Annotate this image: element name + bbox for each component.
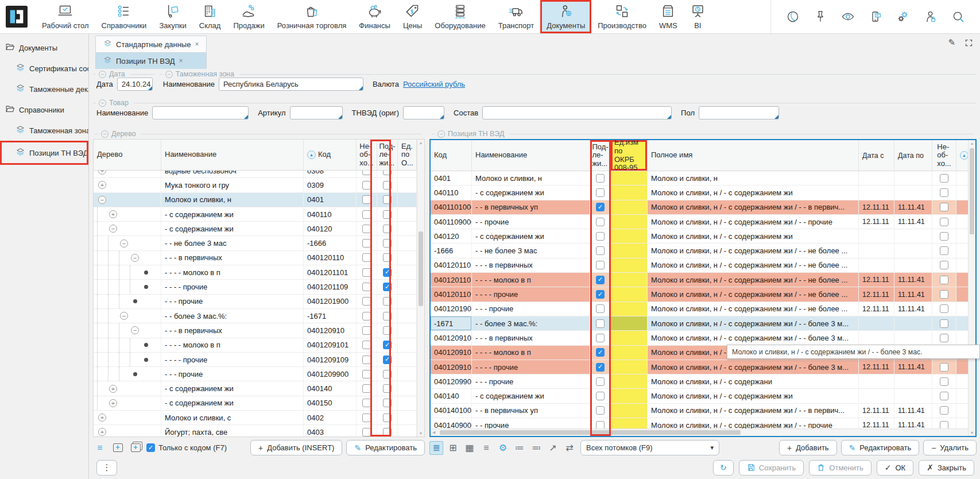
tree-row[interactable]: - с содержанием жи 040140 <box>94 381 417 396</box>
required-checkbox[interactable] <box>362 195 371 204</box>
tree-row[interactable]: - - - прочие 0401209900 <box>94 367 417 381</box>
tree-collapse-icon[interactable] <box>131 326 139 334</box>
position-row[interactable]: 0401201900 - - - прочие Молоко и сливки,… <box>431 302 968 316</box>
nav-item-equipment[interactable]: Оборудование <box>428 0 491 33</box>
collapse-icon[interactable] <box>165 71 173 78</box>
position-column-header[interactable]: Под- ле- жи... <box>590 140 611 171</box>
tree-column-header[interactable]: Дерево <box>94 140 161 170</box>
position-row[interactable]: 040140 - с содержанием жи Молоко и сливк… <box>431 389 968 403</box>
tree-row[interactable]: - с содержанием жи 040120 <box>94 222 417 236</box>
nav-item-wms[interactable]: WMS <box>653 0 684 33</box>
currency-link[interactable]: Российский рубль <box>403 80 465 88</box>
tree-row[interactable]: - - - - прочие 0401201109 <box>94 280 417 294</box>
sidebar-item[interactable]: Позиции ТН ВЭД <box>0 141 88 165</box>
product-field-input[interactable] <box>290 106 343 119</box>
subject-checkbox[interactable] <box>596 290 605 299</box>
required-checkbox[interactable] <box>362 268 371 277</box>
more-actions-button[interactable] <box>96 460 117 476</box>
subject-checkbox[interactable] <box>383 239 392 248</box>
required-checkbox[interactable] <box>940 363 948 372</box>
subject-checkbox[interactable] <box>596 406 605 415</box>
tree-row[interactable]: - - - в первичных 040120110 <box>94 251 417 265</box>
subject-checkbox[interactable] <box>383 428 392 436</box>
tree-column-header[interactable]: Код <box>304 140 357 170</box>
required-checkbox[interactable] <box>940 174 948 183</box>
tree-expand-icon[interactable] <box>98 414 106 422</box>
nav-item-documents[interactable]: Документы <box>540 0 591 33</box>
tree-column-header[interactable]: Ед. по О... <box>398 140 417 170</box>
position-column-header[interactable]: Дата по <box>894 140 932 171</box>
subject-checkbox[interactable] <box>383 312 392 320</box>
position-row[interactable]: 0401209109 - - - - прочие Молоко и сливк… <box>431 360 968 374</box>
tree-expand-icon[interactable] <box>98 171 106 175</box>
fullscreen-icon[interactable] <box>964 38 973 47</box>
required-checkbox[interactable] <box>362 326 371 335</box>
position-column-header[interactable]: Наименование <box>472 140 590 171</box>
position-row[interactable]: 0401109000 - - прочие Молоко и сливки, н… <box>431 215 968 229</box>
required-checkbox[interactable] <box>362 414 371 422</box>
tab-close-icon[interactable]: × <box>179 57 183 65</box>
required-checkbox[interactable] <box>940 203 948 211</box>
tree-row[interactable]: - - не более 3 мас -1666 <box>94 236 417 250</box>
required-checkbox[interactable] <box>362 239 371 248</box>
required-checkbox[interactable] <box>362 370 371 378</box>
subject-checkbox[interactable] <box>383 283 392 291</box>
position-grid-horizontal-scrollbar[interactable] <box>431 428 968 436</box>
sidebar-section-1[interactable]: Справочники <box>0 99 88 120</box>
subject-checkbox[interactable] <box>596 218 605 226</box>
tree-collapse-icon[interactable] <box>131 254 139 262</box>
subject-checkbox[interactable] <box>596 232 605 241</box>
nav-item-desktop[interactable]: Рабочий стол <box>36 0 95 33</box>
sidebar-item[interactable]: Сертификаты соотв <box>0 58 88 79</box>
sidebar-item[interactable]: Таможенная зона <box>0 120 88 141</box>
cancel-button[interactable]: Отменить <box>809 460 871 476</box>
tree-row[interactable]: Молоко и сливки, н 0401 <box>94 193 417 207</box>
required-checkbox[interactable] <box>362 210 371 219</box>
required-checkbox[interactable] <box>362 356 371 364</box>
tree-column-header[interactable]: Наименование <box>161 140 304 170</box>
collapse-icon[interactable] <box>99 71 106 78</box>
subject-checkbox[interactable] <box>596 334 605 342</box>
subject-checkbox[interactable] <box>383 253 392 262</box>
checkbox-icon[interactable] <box>146 443 155 452</box>
tree-collapse-icon[interactable] <box>109 225 117 233</box>
required-checkbox[interactable] <box>362 297 371 306</box>
position-row[interactable]: 0401 Молоко и сливки, н Молоко и сливки,… <box>431 171 968 186</box>
subject-checkbox[interactable] <box>596 246 605 255</box>
settings-gears-icon[interactable] <box>896 10 910 24</box>
subject-checkbox[interactable] <box>383 210 392 219</box>
tree-row[interactable]: - - - - молоко в п 0401201101 <box>94 265 417 280</box>
subject-checkbox[interactable] <box>596 276 605 284</box>
open-in-window-icon[interactable] <box>546 441 560 455</box>
position-column-header[interactable]: Не- об- хо... <box>932 140 956 171</box>
required-checkbox[interactable] <box>940 218 948 226</box>
position-row[interactable]: 0401409000 - - прочие Молоко и сливки, н… <box>431 418 968 428</box>
nav-item-production[interactable]: Производство <box>591 0 653 33</box>
required-checkbox[interactable] <box>362 399 371 407</box>
zone-name-input[interactable]: Республика Беларусь <box>219 78 363 91</box>
tree-row[interactable]: Йогурт; пахта, све 0403 <box>94 425 417 436</box>
required-checkbox[interactable] <box>940 290 948 299</box>
position-row[interactable]: -1671 - - более 3 мас.%: Молоко и сливки… <box>431 316 968 331</box>
tree-row[interactable]: Мука тонкого и гру 0309 <box>94 178 417 192</box>
product-field-input[interactable] <box>482 106 672 119</box>
position-add-button[interactable]: Добавить <box>779 440 837 455</box>
subject-checkbox[interactable] <box>596 304 605 313</box>
tree-row[interactable]: - с содержанием жи 040110 <box>94 207 417 222</box>
subject-checkbox[interactable] <box>383 297 392 306</box>
nav-item-warehouse[interactable]: Склад <box>193 0 227 33</box>
tree-row[interactable]: Молоко и сливки, с 0402 <box>94 411 417 425</box>
tab-0[interactable]: Стандартные данные × <box>95 36 207 52</box>
subject-checkbox[interactable] <box>383 225 392 233</box>
position-column-header[interactable]: Полное имя <box>648 140 859 171</box>
tree-row[interactable]: - - - - молоко в п 0401209101 <box>94 338 417 353</box>
nav-item-retail[interactable]: Розничная торговля <box>271 0 353 33</box>
required-checkbox[interactable] <box>940 232 948 241</box>
required-checkbox[interactable] <box>940 304 948 313</box>
descendants-select[interactable]: Всех потомков (F9) ▾ <box>580 440 719 455</box>
subject-checkbox[interactable] <box>596 174 605 183</box>
position-row[interactable]: 0401209900 - - - прочие Молоко и сливки,… <box>431 374 968 389</box>
tree-column-header[interactable]: Не- об- хо... <box>357 140 377 170</box>
subject-checkbox[interactable] <box>596 363 605 372</box>
subject-checkbox[interactable] <box>383 399 392 407</box>
